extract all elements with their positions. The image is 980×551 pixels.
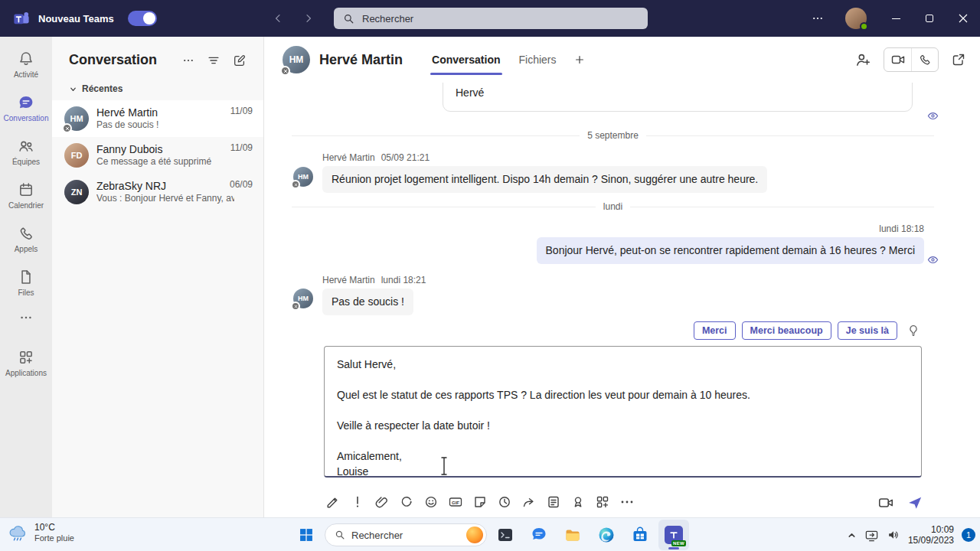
- message-avatar[interactable]: HM: [293, 167, 313, 187]
- notification-count-badge[interactable]: 1: [962, 528, 975, 542]
- taskbar-clock[interactable]: 10:09 15/09/2023: [908, 524, 954, 546]
- suggested-reply-button[interactable]: Je suis là: [838, 321, 897, 340]
- titlebar-more-icon[interactable]: [802, 12, 833, 24]
- user-avatar[interactable]: [845, 8, 867, 29]
- incoming-message-bubble[interactable]: Réunion projet logement intelligent. Dis…: [322, 166, 767, 193]
- volume-icon[interactable]: [887, 528, 900, 542]
- message-meta: Hervé Martin lundi 18:21: [322, 275, 426, 285]
- chat-header-actions: [854, 47, 966, 72]
- search-icon: [343, 13, 354, 24]
- emoji-icon[interactable]: [423, 494, 439, 510]
- forward-message-icon[interactable]: [521, 494, 537, 510]
- search-placeholder: Rechercher: [362, 13, 413, 24]
- chat-list-item[interactable]: FD Fanny Dubois Ce message a été supprim…: [52, 137, 263, 174]
- cast-display-icon[interactable]: [864, 528, 879, 543]
- chat-tabs: Conversation Fichiers: [423, 37, 593, 83]
- new-teams-toggle[interactable]: [128, 11, 157, 26]
- gif-icon[interactable]: GIF: [448, 494, 463, 510]
- message-avatar[interactable]: HM: [293, 289, 313, 308]
- seen-receipt-icon: [927, 254, 939, 266]
- list-more-icon[interactable]: [182, 54, 194, 67]
- format-icon[interactable]: [325, 494, 341, 510]
- taskbar-app-console[interactable]: [490, 520, 521, 550]
- message-meta: lundi 18:18: [879, 223, 924, 234]
- suggested-replies: Merci Merci beaucoup Je suis là: [694, 321, 920, 340]
- new-chat-icon[interactable]: [233, 54, 247, 67]
- outgoing-message-bubble[interactable]: Bonjour Hervé, peut-on se rencontrer rap…: [537, 237, 924, 264]
- taskbar-app-edge[interactable]: [591, 520, 622, 550]
- apps-icon[interactable]: [595, 494, 610, 510]
- importance-icon[interactable]: [350, 494, 365, 510]
- rail-item-calls[interactable]: Appels: [0, 217, 52, 261]
- message-scroll-area[interactable]: Hervé 5 septembre Hervé Martin 05/09 21:…: [264, 83, 980, 346]
- attach-icon[interactable]: [374, 494, 390, 510]
- maximize-button[interactable]: [913, 0, 946, 37]
- more-actions-icon[interactable]: [619, 494, 635, 510]
- suggested-reply-button[interactable]: Merci: [694, 321, 736, 340]
- composer-toolbar: GIF: [325, 488, 922, 516]
- taskbar-search[interactable]: Rechercher: [325, 523, 487, 546]
- rail-item-activity[interactable]: Activité: [0, 43, 52, 86]
- suggested-reply-button[interactable]: Merci beaucoup: [742, 321, 831, 340]
- taskbar-app-store[interactable]: [625, 520, 655, 550]
- minimize-button[interactable]: [879, 0, 913, 37]
- titlebar-search[interactable]: Rechercher: [334, 8, 648, 29]
- notes-icon[interactable]: [546, 494, 561, 510]
- audio-call-icon[interactable]: [911, 47, 938, 72]
- filter-icon[interactable]: [207, 54, 220, 67]
- text-cursor-icon: [439, 456, 449, 476]
- chat-list-item[interactable]: HM Hervé Martin Pas de soucis ! 11/09: [52, 100, 263, 137]
- forward-icon[interactable]: [302, 12, 315, 24]
- weather-widget[interactable]: 10°C Forte pluie: [8, 522, 74, 543]
- taskbar-app-chat[interactable]: [524, 520, 554, 550]
- video-call-icon[interactable]: [884, 47, 911, 72]
- titlebar-right: [802, 0, 980, 37]
- hidden-icons-chevron[interactable]: [847, 530, 857, 540]
- windows-taskbar: 10°C Forte pluie Rechercher NEW: [0, 517, 980, 551]
- message-input[interactable]: Salut Hervé, Quel est le statut de ces r…: [324, 346, 922, 478]
- rail-item-chat[interactable]: Conversation: [0, 86, 52, 130]
- chat-item-date: 11/09: [230, 106, 253, 116]
- chat-item-preview: Vous : Bonjour Hervé et Fanny, ave…: [96, 193, 234, 204]
- avatar-initials: HM: [298, 173, 309, 181]
- rail-more-icon[interactable]: [0, 305, 52, 331]
- sticker-icon[interactable]: [472, 494, 488, 510]
- message-sender: Hervé Martin: [322, 275, 375, 285]
- new-badge: NEW: [671, 540, 686, 546]
- close-button[interactable]: [946, 0, 980, 37]
- chat-list-item[interactable]: ZN ZebraSky NRJ Vous : Bonjour Hervé et …: [52, 174, 263, 210]
- back-icon[interactable]: [272, 12, 284, 24]
- rail-item-files[interactable]: Files: [0, 261, 52, 305]
- send-icon[interactable]: [906, 494, 922, 510]
- add-tab-icon[interactable]: [566, 37, 593, 83]
- taskbar-app-teams[interactable]: NEW: [658, 520, 689, 550]
- incoming-message-bubble[interactable]: Pas de soucis !: [322, 289, 413, 315]
- open-in-window-icon[interactable]: [951, 52, 966, 67]
- rail-item-teams[interactable]: Équipes: [0, 130, 52, 174]
- avatar-initials: FD: [71, 151, 83, 160]
- app-rail: Activité Conversation Équipes Calendrier…: [0, 37, 52, 517]
- rail-label: Équipes: [12, 158, 40, 166]
- tab-files[interactable]: Fichiers: [510, 37, 566, 83]
- app-title: Nouveau Teams: [38, 13, 114, 24]
- tab-conversation[interactable]: Conversation: [423, 37, 509, 83]
- praise-icon[interactable]: [570, 494, 586, 510]
- add-people-icon[interactable]: [854, 51, 871, 68]
- taskbar-app-file-explorer[interactable]: [557, 520, 588, 550]
- apps-icon: [18, 349, 34, 366]
- lightbulb-icon[interactable]: [906, 324, 920, 337]
- titlebar-left: Nouveau Teams: [0, 9, 157, 28]
- chat-item-date: 11/09: [230, 142, 253, 153]
- rail-item-calendar[interactable]: Calendrier: [0, 174, 52, 217]
- chat-header-avatar[interactable]: HM: [283, 46, 310, 73]
- gif-label: GIF: [452, 500, 459, 505]
- rail-item-apps[interactable]: Applications: [0, 341, 52, 385]
- partial-message-text: Hervé: [456, 86, 484, 99]
- start-button[interactable]: [291, 520, 322, 550]
- recent-section-toggle[interactable]: Récentes: [52, 77, 263, 100]
- schedule-send-icon[interactable]: [497, 494, 512, 510]
- date-divider-label: 5 septembre: [587, 130, 639, 141]
- loop-component-icon[interactable]: [399, 494, 414, 510]
- message-sender: Hervé Martin: [322, 152, 375, 163]
- video-clip-icon[interactable]: [877, 494, 893, 510]
